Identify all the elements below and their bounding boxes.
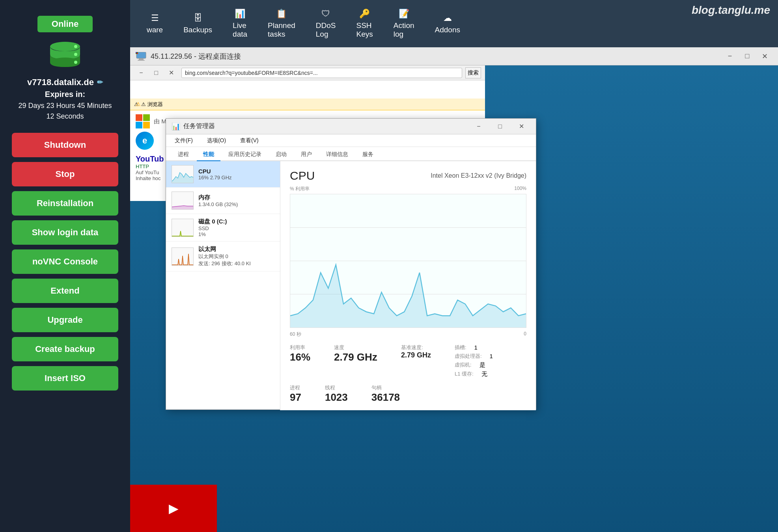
upgrade-button[interactable]: Upgrade bbox=[12, 308, 118, 332]
shutdown-button[interactable]: Shutdown bbox=[12, 133, 118, 157]
tm-close-button[interactable]: ✕ bbox=[512, 120, 530, 133]
tm-process-disk[interactable]: 磁盘 0 (C:) SSD1% bbox=[166, 214, 280, 242]
tm-tab-users[interactable]: 用户 bbox=[295, 149, 318, 161]
server-name-container: v7718.datalix.de ✏ bbox=[27, 77, 103, 87]
svg-rect-12 bbox=[137, 53, 138, 54]
nav-addons-label: Addons bbox=[435, 26, 460, 34]
cpu-chart bbox=[290, 194, 526, 327]
nav-ware[interactable]: ☰ ware bbox=[138, 9, 172, 38]
nav-ware-label: ware bbox=[147, 26, 163, 34]
warning-close-x: ⚠ bbox=[136, 101, 141, 107]
cpu-speed-stat: 速度 2.79 GHz bbox=[334, 344, 377, 378]
action-log-icon: 📝 bbox=[399, 9, 409, 19]
memory-name: 内存 bbox=[198, 194, 274, 201]
server-name-text: v7718.datalix.de bbox=[27, 77, 94, 87]
nav-ddos-log[interactable]: 🛡 DDoSLog bbox=[307, 5, 345, 43]
tm-tab-services[interactable]: 服务 bbox=[356, 149, 380, 161]
nav-action-log[interactable]: 📝 Actionlog bbox=[385, 5, 423, 43]
network-name: 以太网 bbox=[198, 246, 274, 253]
nav-addons[interactable]: ☁ Addons bbox=[426, 9, 469, 38]
cpu-base-speed-label: 基准速度: bbox=[401, 344, 431, 351]
memory-info: 内存 1.3/4.0 GB (32%) bbox=[198, 194, 274, 207]
live-data-icon: 📊 bbox=[235, 9, 245, 19]
rdp-icon bbox=[136, 52, 147, 61]
browser-close[interactable]: ✕ bbox=[164, 67, 178, 78]
rdp-close-button[interactable]: ✕ bbox=[757, 50, 772, 62]
stop-button[interactable]: Stop bbox=[12, 162, 118, 186]
threads-stat: 线程 1023 bbox=[325, 384, 348, 404]
tm-minimize-button[interactable]: − bbox=[470, 120, 488, 133]
browser-titlebar: − □ ✕ 搜索 bbox=[130, 65, 485, 80]
tm-menu-view[interactable]: 查看(V) bbox=[237, 136, 262, 146]
handles-value: 36178 bbox=[371, 391, 400, 404]
insert-iso-button[interactable]: Insert ISO bbox=[12, 366, 118, 391]
svg-rect-11 bbox=[136, 53, 137, 54]
processes-label: 进程 bbox=[290, 384, 301, 391]
edit-icon[interactable]: ✏ bbox=[97, 78, 103, 87]
virtual-proc-value: 1 bbox=[490, 353, 493, 360]
vm-value: 是 bbox=[479, 361, 485, 369]
top-navigation: ☰ ware 🗄 Backups 📊 Livedata 📋 Plannedtas… bbox=[130, 0, 778, 47]
svg-point-4 bbox=[74, 61, 77, 64]
browser-search-button[interactable]: 搜索 bbox=[465, 67, 481, 78]
nav-backups[interactable]: 🗄 Backups bbox=[175, 9, 221, 38]
tm-maximize-button[interactable]: □ bbox=[491, 120, 509, 133]
backups-icon: 🗄 bbox=[194, 13, 202, 23]
tm-menu-file[interactable]: 文件(F) bbox=[172, 136, 196, 146]
expires-label: Expires in: bbox=[45, 90, 85, 99]
warning-bar: ⚠ ⚠ 浏览器 ⚠ bbox=[130, 99, 485, 110]
tm-tabbar: 进程 性能 应用历史记录 启动 用户 详细信息 服务 bbox=[166, 147, 536, 161]
cpu-detail-header: CPU Intel Xeon E3-12xx v2 (Ivy Bridge) bbox=[290, 169, 526, 182]
memory-detail: 1.3/4.0 GB (32%) bbox=[198, 201, 274, 207]
show-login-data-button[interactable]: Show login data bbox=[12, 220, 118, 245]
cpu-time-end: 0 bbox=[524, 331, 526, 338]
tm-process-list: CPU 16% 2.79 GHz 内存 bbox=[166, 161, 280, 410]
create-backup-button[interactable]: Create backup bbox=[12, 337, 118, 361]
nav-backups-label: Backups bbox=[183, 26, 212, 34]
extend-button[interactable]: Extend bbox=[12, 279, 118, 303]
tm-process-network[interactable]: 以太网 以太网实例 0发送: 296 接收: 40.0 KI bbox=[166, 242, 280, 272]
cpu-usage-stat: 利用率 16% bbox=[290, 344, 310, 378]
nav-planned-tasks[interactable]: 📋 Plannedtasks bbox=[259, 5, 304, 43]
tm-menu-options[interactable]: 选项(O) bbox=[204, 136, 229, 146]
tm-tab-app-history[interactable]: 应用历史记录 bbox=[222, 149, 268, 161]
slots-value: 1 bbox=[474, 344, 478, 351]
browser-maximize[interactable]: □ bbox=[149, 67, 163, 78]
cpu-chart-container bbox=[290, 194, 526, 328]
tm-tab-processes[interactable]: 进程 bbox=[172, 149, 195, 161]
cpu-title-group: CPU bbox=[290, 169, 315, 182]
svg-rect-9 bbox=[136, 52, 137, 53]
cpu-stats-main: 利用率 16% 速度 2.79 GHz 基准速度: 2.79 GHz bbox=[290, 344, 526, 378]
tm-tab-details[interactable]: 详细信息 bbox=[320, 149, 354, 161]
disk-info: 磁盘 0 (C:) SSD1% bbox=[198, 218, 274, 237]
cpu-process-stats: 进程 97 线程 1023 句柄 36178 bbox=[290, 384, 526, 404]
svg-marker-14 bbox=[172, 206, 193, 209]
rdp-minimize-button[interactable]: − bbox=[722, 50, 738, 62]
cpu-usage-value: 16% bbox=[290, 351, 310, 363]
cpu-util-label: % 利用率 bbox=[290, 186, 310, 192]
cpu-detail: 16% 2.79 GHz bbox=[198, 175, 274, 180]
tm-tab-performance[interactable]: 性能 bbox=[197, 149, 220, 161]
processes-value: 97 bbox=[290, 391, 301, 404]
svg-marker-16 bbox=[172, 254, 193, 265]
cpu-model: Intel Xeon E3-12xx v2 (Ivy Bridge) bbox=[431, 172, 526, 179]
cpu-time-start: 60 秒 bbox=[290, 331, 301, 338]
nav-live-data[interactable]: 📊 Livedata bbox=[224, 5, 256, 43]
reinstallation-button[interactable]: Reinstallation bbox=[12, 191, 118, 216]
browser-minimize[interactable]: − bbox=[134, 67, 148, 78]
rdp-maximize-button[interactable]: □ bbox=[739, 50, 755, 62]
cpu-speed-label: 速度 bbox=[334, 344, 377, 351]
tm-process-cpu[interactable]: CPU 16% 2.79 GHz bbox=[166, 161, 280, 188]
cpu-usage-label: 利用率 bbox=[290, 344, 310, 351]
svg-rect-10 bbox=[137, 52, 138, 53]
threads-label: 线程 bbox=[325, 384, 348, 391]
tm-process-memory[interactable]: 内存 1.3/4.0 GB (32%) bbox=[166, 188, 280, 214]
tm-cpu-detail: CPU Intel Xeon E3-12xx v2 (Ivy Bridge) %… bbox=[280, 161, 536, 410]
tm-tab-startup[interactable]: 启动 bbox=[269, 149, 293, 161]
novnc-console-button[interactable]: noVNC Console bbox=[12, 249, 118, 274]
tm-menubar: 文件(F) 选项(O) 查看(V) bbox=[166, 134, 536, 147]
expires-time: 29 Days 23 Hours 45 Minutes12 Seconds bbox=[18, 100, 112, 122]
l1-cache-value: 无 bbox=[481, 370, 487, 378]
address-bar[interactable] bbox=[181, 68, 462, 78]
nav-ssh-keys[interactable]: 🔑 SSHKeys bbox=[347, 5, 381, 43]
